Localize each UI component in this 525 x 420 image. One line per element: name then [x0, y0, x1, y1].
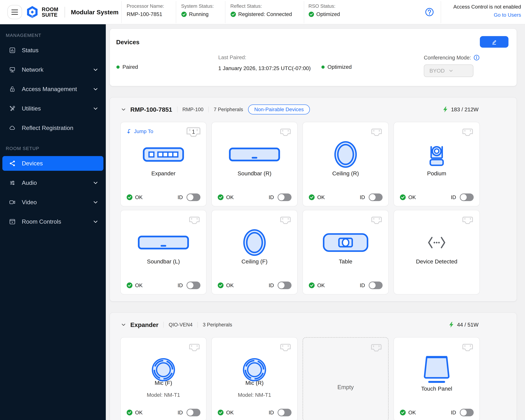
status-badge: OK	[126, 409, 143, 416]
toggle-knob	[278, 409, 285, 416]
last-paired-label: Last Paired:	[218, 55, 246, 60]
page-title: Devices	[116, 38, 140, 46]
green-dot	[321, 65, 325, 69]
device-card-grid: Jump To 1 Expander OK ID Soundbar (R)	[120, 122, 478, 294]
sidebar-item-access-management[interactable]: Access Management	[0, 79, 106, 99]
device-name: Device Detected	[394, 258, 479, 265]
status-badge: OK	[309, 194, 325, 200]
jump-to-link[interactable]: Jump To	[126, 129, 153, 134]
chevron-down-icon	[92, 66, 99, 73]
device-model: Model: NM-T1	[121, 392, 206, 398]
group-header: RMP-100-7851 RMP-100 7 Peripherals Non-P…	[120, 104, 478, 115]
check-icon	[126, 282, 133, 289]
toggle-knob	[369, 282, 376, 289]
device-card-podium[interactable]: Podium OK ID	[394, 122, 480, 206]
id-toggle[interactable]	[460, 194, 474, 201]
collapse-chevron-icon[interactable]	[120, 106, 127, 113]
device-name: Soundbar (R)	[212, 170, 297, 177]
id-toggle[interactable]	[278, 194, 291, 201]
processor-name-value: RMP-100-7851	[127, 11, 162, 17]
device-card-ceiling-r[interactable]: Ceiling (R) OK ID	[302, 122, 389, 206]
id-toggle[interactable]	[460, 409, 474, 416]
id-label: ID	[360, 194, 365, 200]
id-toggle[interactable]	[278, 409, 291, 416]
sidebar-item-room-controls[interactable]: Room Controls	[0, 212, 106, 231]
divider	[176, 1, 176, 23]
check-icon	[126, 409, 133, 416]
sidebar-item-video[interactable]: Video	[0, 193, 106, 212]
divider	[197, 322, 198, 328]
hamburger-menu-button[interactable]	[7, 5, 22, 19]
device-card-table[interactable]: Table OK ID	[302, 210, 389, 294]
device-card-expander[interactable]: Jump To 1 Expander OK ID	[120, 122, 206, 206]
device-card-device-detected[interactable]: Device Detected	[394, 210, 480, 294]
port-icon	[371, 344, 382, 354]
edit-button[interactable]	[480, 36, 508, 48]
device-card-soundbar-l[interactable]: Soundbar (L) OK ID	[120, 210, 206, 294]
group-header: Expander QIO-VEN4 3 Peripherals 44 / 51W	[120, 319, 478, 330]
id-toggle[interactable]	[278, 281, 291, 289]
id-label: ID	[178, 282, 183, 288]
help-icon[interactable]	[425, 8, 434, 17]
device-group-expander: Expander QIO-VEN4 3 Peripherals 44 / 51W…	[110, 313, 517, 420]
expander-icon	[142, 147, 184, 162]
id-toggle[interactable]	[369, 194, 383, 201]
group-title: Expander	[130, 321, 159, 328]
device-card-touch-panel[interactable]: Touch Panel OK ID	[394, 337, 480, 420]
sidebar-item-reflect-registration[interactable]: Reflect Registration	[0, 118, 106, 138]
sidebar-item-status[interactable]: Status	[0, 41, 106, 60]
non-pairable-devices-button[interactable]: Non-Pairable Devices	[248, 104, 310, 114]
collapse-chevron-icon[interactable]	[120, 322, 127, 328]
status-ok-icon	[230, 11, 236, 17]
rso-status-label: RSO Status:	[309, 3, 336, 9]
sidebar-nav: MANAGEMENT Status Network Access Managem…	[0, 24, 106, 420]
sidebar-item-network[interactable]: Network	[0, 60, 106, 79]
sidebar-section-room-setup: ROOM SETUP	[0, 143, 106, 154]
device-card-mic-r[interactable]: Mic (R) Model: NM-T1 OK ID	[211, 337, 298, 420]
id-label: ID	[269, 194, 274, 200]
device-name: Mic (F)	[121, 380, 206, 386]
chevron-down-icon	[448, 68, 454, 74]
check-icon	[400, 194, 406, 200]
devices-share-icon	[9, 160, 16, 167]
toggle-knob	[187, 194, 193, 200]
chevron-down-icon	[92, 179, 99, 186]
conferencing-mode-dropdown[interactable]: BYOD	[424, 65, 473, 77]
go-to-users-link[interactable]: Go to Users	[494, 12, 521, 18]
id-toggle[interactable]	[187, 281, 200, 289]
device-name: Ceiling (R)	[303, 170, 388, 177]
id-toggle[interactable]	[187, 194, 200, 201]
chevron-down-icon	[92, 105, 99, 112]
device-card-ceiling-f[interactable]: Ceiling (F) OK ID	[211, 210, 298, 294]
ceiling-mic-icon	[243, 229, 266, 256]
group-model: RMP-100	[182, 107, 204, 112]
room-controls-icon	[9, 218, 16, 225]
mic-icon	[242, 357, 267, 382]
status-badge: OK	[217, 282, 234, 289]
conferencing-mode-label: Conferencing Mode:	[424, 55, 480, 61]
divider	[65, 7, 65, 18]
sidebar-item-utilities[interactable]: Utilities	[0, 99, 106, 118]
device-card-mic-f[interactable]: Mic (F) Model: NM-T1 OK ID	[120, 337, 206, 420]
sidebar-section-management: MANAGEMENT	[0, 30, 106, 41]
sidebar-item-devices[interactable]: Devices	[2, 156, 103, 171]
check-icon	[126, 194, 133, 200]
id-toggle[interactable]	[187, 409, 200, 416]
status-badge: OK	[217, 409, 234, 416]
chevron-down-icon	[92, 86, 99, 93]
id-toggle[interactable]	[369, 281, 383, 289]
device-card-soundbar-r[interactable]: Soundbar (R) OK ID	[211, 122, 298, 206]
device-name: Touch Panel	[394, 385, 479, 392]
toggle-knob	[278, 194, 285, 200]
main-content: Devices Paired Last Paired: 1 January 20…	[110, 24, 521, 420]
check-icon	[217, 282, 224, 289]
system-status-label: System Status:	[181, 3, 214, 9]
sidebar-item-audio[interactable]: Audio	[0, 173, 106, 193]
status-badge: OK	[126, 194, 143, 200]
top-header: ROOM SUITE Modular System Processor Name…	[0, 0, 525, 24]
bolt-icon	[442, 106, 449, 113]
check-icon	[217, 409, 224, 416]
reflect-status-value: Registered: Connected	[238, 11, 292, 17]
info-icon[interactable]	[473, 55, 480, 61]
status-badge: OK	[217, 194, 234, 200]
